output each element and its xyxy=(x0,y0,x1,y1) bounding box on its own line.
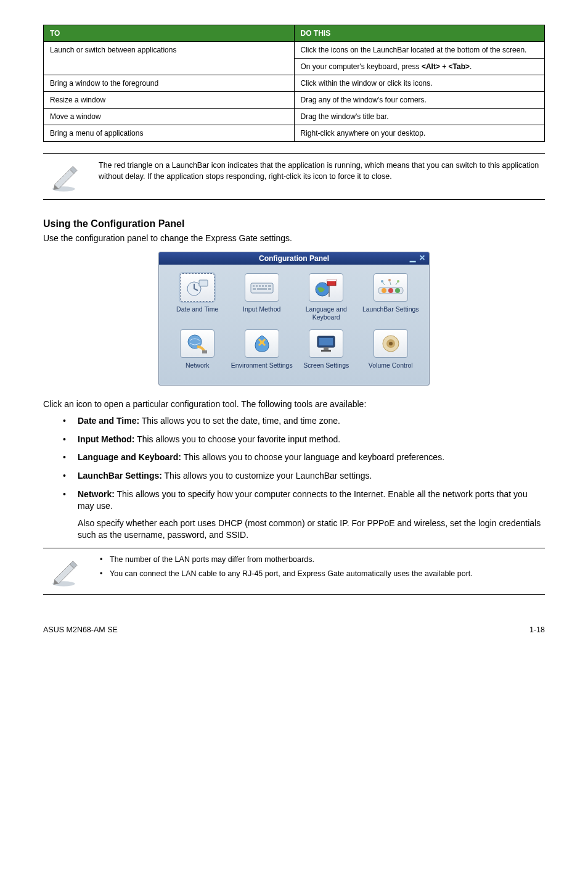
tools-list: Date and Time: This allows you to set th… xyxy=(43,415,545,542)
cell-do: Click the icons on the LaunchBar located… xyxy=(294,42,545,59)
tool-name: Date and Time: xyxy=(78,416,139,426)
note-block-red-triangle: The red triangle on a LaunchBar icon ind… xyxy=(43,153,545,200)
note-icon xyxy=(43,555,86,588)
monitor-icon xyxy=(309,329,343,358)
section-lead: Use the configuration panel to change th… xyxy=(43,233,545,243)
tool-name: LaunchBar Settings: xyxy=(78,471,162,481)
svg-rect-6 xyxy=(259,285,261,287)
config-label: Environment Settings xyxy=(231,361,293,376)
svg-rect-7 xyxy=(262,285,264,287)
list-item: Network: This allows you to specify how … xyxy=(63,489,545,542)
config-panel-titlebar: Configuration Panel ▁ ✕ xyxy=(159,252,429,265)
config-item-network[interactable]: Network xyxy=(165,329,230,376)
svg-rect-4 xyxy=(253,285,255,287)
page-footer: ASUS M2N68-AM SE 1-18 xyxy=(43,625,545,634)
svg-point-25 xyxy=(388,279,391,281)
cell-do: Click within the window or click its ico… xyxy=(294,75,545,92)
table-row: Bring a window to the foreground Click w… xyxy=(44,75,545,92)
cell-to: Bring a menu of applications xyxy=(44,125,295,142)
note-list-item: You can connect the LAN cable to any RJ-… xyxy=(99,569,545,580)
config-label: Input Method xyxy=(243,305,280,320)
launchbar-icon xyxy=(374,273,408,302)
svg-rect-16 xyxy=(329,286,330,297)
tool-sub: Also specify whether each port uses DHCP… xyxy=(78,518,545,542)
config-item-screen-settings[interactable]: Screen Settings xyxy=(294,329,359,376)
config-label: Network xyxy=(186,361,210,376)
clock-icon xyxy=(180,273,214,302)
config-item-input-method[interactable]: Input Method xyxy=(230,273,295,321)
config-item-launchbar-settings[interactable]: LaunchBar Settings xyxy=(359,273,423,321)
cell-do: Drag the window's title bar. xyxy=(294,109,545,125)
note-text: The red triangle on a LaunchBar icon ind… xyxy=(99,160,545,182)
tool-name: Network: xyxy=(78,489,115,499)
config-item-date-time[interactable]: Date and Time xyxy=(165,273,230,321)
svg-rect-33 xyxy=(321,350,331,352)
svg-rect-10 xyxy=(253,288,256,290)
config-label: Volume Control xyxy=(369,361,413,376)
svg-rect-9 xyxy=(268,285,271,287)
section-heading-config-panel: Using the Configuration Panel xyxy=(43,218,545,229)
tool-desc: This allows you to choose your favorite … xyxy=(135,434,341,444)
svg-point-26 xyxy=(397,280,399,283)
tool-desc: This allows you to customize your Launch… xyxy=(162,471,372,481)
tool-name: Language and Keyboard: xyxy=(78,452,181,462)
speaker-icon xyxy=(374,329,408,358)
svg-point-36 xyxy=(389,342,393,345)
table-header-dothis: DO THIS xyxy=(294,25,545,42)
svg-rect-28 xyxy=(202,350,207,353)
network-icon xyxy=(180,329,214,358)
shortcut-table: TO DO THIS Launch or switch between appl… xyxy=(43,25,545,142)
svg-point-29 xyxy=(260,341,264,344)
config-item-language-keyboard[interactable]: Language and Keyboard xyxy=(294,273,359,321)
svg-rect-32 xyxy=(324,347,329,350)
tool-desc: This allows you to specify how your comp… xyxy=(78,489,528,511)
svg-point-24 xyxy=(381,280,383,283)
config-item-environment-settings[interactable]: Environment Settings xyxy=(230,329,295,376)
table-row: Move a window Drag the window's title ba… xyxy=(44,109,545,125)
tools-intro: Click an icon to open a particular confi… xyxy=(43,399,545,409)
list-item: Input Method: This allows you to choose … xyxy=(63,434,545,446)
footer-right: 1-18 xyxy=(529,625,545,634)
pencil-note-icon xyxy=(49,162,80,193)
list-item: Language and Keyboard: This allows you t… xyxy=(63,452,545,464)
cell-to: Resize a window xyxy=(44,92,295,109)
table-row: Resize a window Drag any of the window's… xyxy=(44,92,545,109)
close-icon[interactable]: ✕ xyxy=(419,254,425,262)
table-row: Launch or switch between applications Cl… xyxy=(44,42,545,59)
environment-icon xyxy=(245,329,279,358)
table-row: Bring a menu of applications Right-click… xyxy=(44,125,545,142)
config-label: Screen Settings xyxy=(303,361,349,376)
svg-rect-5 xyxy=(256,285,258,287)
svg-rect-31 xyxy=(319,338,333,345)
svg-rect-11 xyxy=(257,288,267,290)
config-label: LaunchBar Settings xyxy=(362,305,419,320)
footer-left: ASUS M2N68-AM SE xyxy=(43,625,118,634)
note-icon xyxy=(43,160,86,193)
svg-rect-15 xyxy=(327,279,336,281)
note-text: The number of the LAN ports may differ f… xyxy=(99,555,545,584)
config-label: Language and Keyboard xyxy=(294,305,359,321)
note-block-lan-ports: The number of the LAN ports may differ f… xyxy=(43,548,545,595)
svg-rect-8 xyxy=(265,285,267,287)
tool-name: Input Method: xyxy=(78,434,135,444)
list-item: LaunchBar Settings: This allows you to c… xyxy=(63,470,545,482)
tool-desc: This allows you to set the date, time, a… xyxy=(139,416,340,426)
pencil-note-icon xyxy=(49,557,80,588)
globe-flag-icon xyxy=(309,273,343,302)
svg-rect-2 xyxy=(199,280,208,286)
cell-to: Move a window xyxy=(44,109,295,125)
cell-to: Bring a window to the foreground xyxy=(44,75,295,92)
minimize-icon[interactable]: ▁ xyxy=(410,254,415,262)
svg-rect-12 xyxy=(268,288,271,290)
keyboard-icon xyxy=(245,273,279,302)
config-item-volume-control[interactable]: Volume Control xyxy=(359,329,423,376)
svg-point-19 xyxy=(388,288,393,293)
cell-to: Launch or switch between applications xyxy=(44,42,295,75)
cell-do: Right-click anywhere on your desktop. xyxy=(294,125,545,142)
svg-point-18 xyxy=(382,288,386,293)
config-panel-title: Configuration Panel xyxy=(259,254,329,263)
table-header-to: TO xyxy=(44,25,295,42)
tool-desc: This allows you to choose your language … xyxy=(181,452,444,462)
svg-point-20 xyxy=(395,288,400,293)
configuration-panel-window: Configuration Panel ▁ ✕ Date and Time In… xyxy=(158,252,430,386)
